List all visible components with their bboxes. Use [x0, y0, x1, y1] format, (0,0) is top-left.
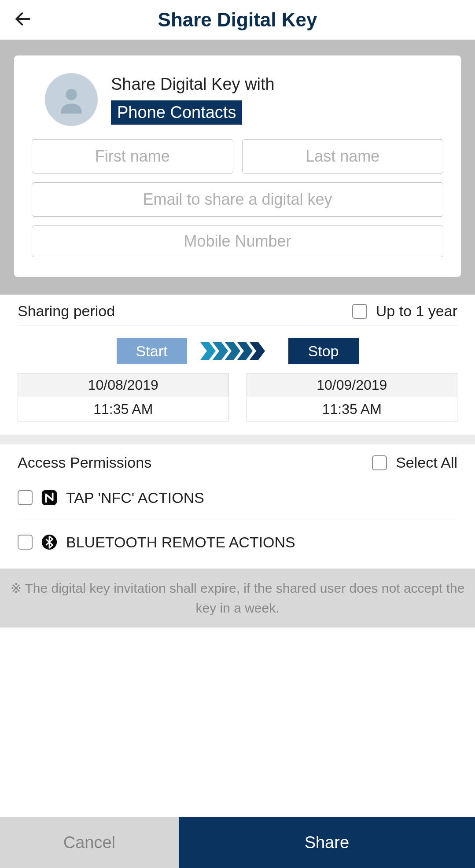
- share-button[interactable]: Share: [179, 817, 475, 868]
- footer-note: ※ The digital key invitation shall expir…: [0, 569, 475, 628]
- header-bar: Share Digital Key: [0, 0, 475, 40]
- section-spacer: [0, 435, 475, 444]
- sharing-period-section: Sharing period Up to 1 year Start Stop 1…: [0, 295, 475, 435]
- start-time-field[interactable]: 11:35 AM: [18, 397, 228, 421]
- cancel-button[interactable]: Cancel: [0, 817, 179, 868]
- avatar: [45, 73, 98, 126]
- share-with-label: Share Digital Key with: [111, 75, 275, 94]
- stop-datetime-column: 10/09/2019 11:35 AM: [247, 373, 458, 421]
- chevrons-icon: [200, 340, 275, 362]
- up-to-1-year-label: Up to 1 year: [376, 303, 457, 320]
- stop-button[interactable]: Stop: [288, 338, 359, 364]
- last-name-input[interactable]: [242, 139, 444, 174]
- nfc-checkbox[interactable]: [18, 490, 33, 505]
- bluetooth-icon: [41, 533, 58, 551]
- mobile-number-input[interactable]: [32, 225, 443, 257]
- svg-marker-2: [200, 342, 216, 360]
- email-input[interactable]: [32, 182, 443, 217]
- first-name-input[interactable]: [32, 139, 233, 174]
- stop-date-field[interactable]: 10/09/2019: [247, 373, 457, 397]
- permission-item-bluetooth: BLUETOOTH REMOTE ACTIONS: [18, 520, 457, 564]
- select-all-checkbox[interactable]: [372, 455, 387, 470]
- page-title: Share Digital Key: [0, 9, 475, 31]
- permissions-label: Access Permissions: [18, 454, 151, 471]
- svg-point-1: [66, 89, 77, 100]
- permissions-section: Access Permissions Select All TAP 'NFC' …: [0, 444, 475, 569]
- contact-card: Share Digital Key with Phone Contacts: [14, 55, 461, 277]
- start-button[interactable]: Start: [117, 338, 187, 364]
- arrow-left-icon: [13, 9, 33, 29]
- bluetooth-label: BLUETOOTH REMOTE ACTIONS: [66, 534, 295, 551]
- stop-time-field[interactable]: 11:35 AM: [247, 397, 457, 421]
- nfc-label: TAP 'NFC' ACTIONS: [66, 489, 204, 506]
- contact-section: Share Digital Key with Phone Contacts: [0, 40, 475, 295]
- bluetooth-checkbox[interactable]: [18, 535, 33, 550]
- start-datetime-column: 10/08/2019 11:35 AM: [18, 373, 229, 421]
- sharing-period-label: Sharing period: [18, 303, 115, 320]
- person-icon: [54, 82, 89, 117]
- bottom-action-bar: Cancel Share: [0, 817, 475, 868]
- permission-item-nfc: TAP 'NFC' ACTIONS: [18, 476, 457, 520]
- up-to-1-year-checkbox[interactable]: [352, 304, 367, 319]
- start-date-field[interactable]: 10/08/2019: [18, 373, 228, 397]
- select-all-label: Select All: [396, 454, 457, 471]
- phone-contacts-button[interactable]: Phone Contacts: [111, 100, 242, 125]
- nfc-icon: [41, 489, 58, 506]
- back-button[interactable]: [13, 9, 33, 30]
